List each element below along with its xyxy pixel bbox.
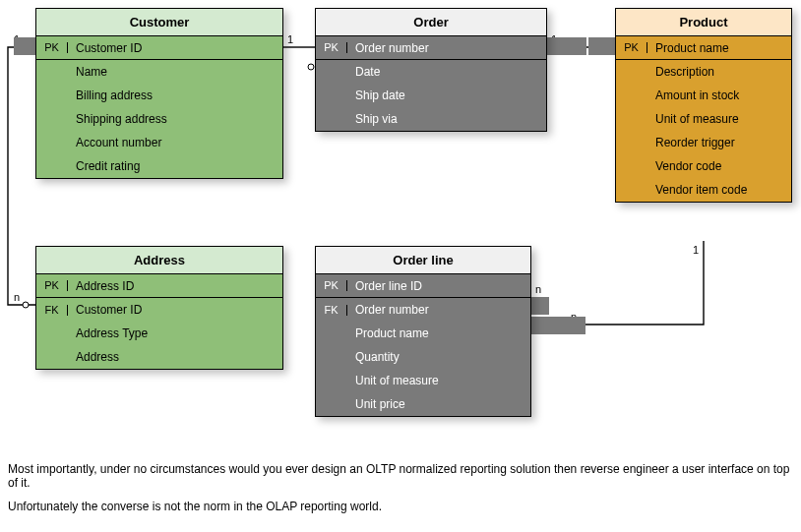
field-name: Credit rating [68, 159, 282, 173]
key-indicator: FK [316, 305, 347, 316]
table-row: Ship via [316, 107, 546, 131]
field-name: Reorder trigger [647, 136, 791, 149]
connector-handle [531, 317, 585, 334]
entity-product: Product PK Product name Description Amou… [615, 8, 792, 203]
table-row: Credit rating [36, 154, 282, 178]
entity-customer-title: Customer [36, 9, 282, 36]
key-indicator: PK [616, 42, 647, 53]
field-name: Unit price [347, 397, 530, 411]
table-row: Account number [36, 131, 282, 154]
table-row: PK Order number [316, 36, 546, 60]
entity-orderline: Order line PK Order line ID FK Order num… [315, 246, 531, 417]
table-row: Quantity [316, 345, 530, 369]
table-row: Amount in stock [616, 84, 791, 107]
svg-text:n: n [14, 291, 20, 303]
entity-address-title: Address [36, 247, 282, 274]
table-row: Unit of measure [316, 369, 530, 392]
svg-text:1: 1 [287, 33, 293, 45]
table-row: Product name [316, 322, 530, 345]
field-name: Order line ID [347, 279, 530, 293]
field-name: Customer ID [68, 303, 282, 317]
footer-line-2: Unfortunately the converse is not the no… [8, 500, 793, 513]
svg-text:1: 1 [693, 244, 699, 256]
field-name: Customer ID [68, 41, 282, 55]
field-name: Order number [347, 303, 530, 317]
table-row: Ship date [316, 84, 546, 107]
entity-address: Address PK Address ID FK Customer ID Add… [35, 246, 283, 370]
table-row: Description [616, 60, 791, 84]
entity-order: Order PK Order number Date Ship date Shi… [315, 8, 547, 132]
field-name: Unit of measure [347, 374, 530, 387]
svg-point-3 [23, 302, 29, 308]
field-name: Product name [647, 41, 791, 55]
field-name: Vendor code [647, 159, 791, 173]
field-name: Quantity [347, 350, 530, 364]
table-row: PK Address ID [36, 274, 282, 298]
table-row: Address Type [36, 322, 282, 345]
entity-order-title: Order [316, 9, 546, 36]
table-row: FK Order number [316, 298, 530, 322]
key-indicator: PK [36, 42, 68, 53]
key-indicator: PK [36, 280, 68, 291]
table-row: PK Order line ID [316, 274, 530, 298]
field-name: Unit of measure [647, 112, 791, 126]
svg-point-0 [308, 64, 314, 70]
field-name: Shipping address [68, 112, 282, 126]
field-name: Address Type [68, 326, 282, 340]
table-row: Address [36, 345, 282, 369]
connector-handle [14, 37, 35, 55]
field-name: Account number [68, 136, 282, 149]
connector-handle [547, 37, 586, 55]
table-row: Unit price [316, 392, 530, 416]
field-name: Ship via [347, 112, 546, 126]
key-indicator: PK [316, 42, 347, 53]
table-row: Date [316, 60, 546, 84]
field-name: Amount in stock [647, 89, 791, 102]
field-name: Date [347, 65, 546, 79]
table-row: PK Product name [616, 36, 791, 60]
entity-orderline-title: Order line [316, 247, 530, 274]
key-indicator: FK [36, 305, 68, 316]
field-name: Vendor item code [647, 183, 791, 197]
table-row: PK Customer ID [36, 36, 282, 60]
entity-customer: Customer PK Customer ID Name Billing add… [35, 8, 283, 179]
field-name: Name [68, 65, 282, 79]
field-name: Ship date [347, 89, 546, 102]
table-row: Unit of measure [616, 107, 791, 131]
connector-handle [531, 297, 549, 315]
key-indicator: PK [316, 280, 347, 291]
field-name: Description [647, 65, 791, 79]
table-row: Shipping address [36, 107, 282, 131]
connector-handle [588, 37, 615, 55]
entity-product-title: Product [616, 9, 791, 36]
table-row: Billing address [36, 84, 282, 107]
table-row: FK Customer ID [36, 298, 282, 322]
table-row: Vendor code [616, 154, 791, 178]
field-name: Address ID [68, 279, 282, 293]
table-row: Name [36, 60, 282, 84]
table-row: Reorder trigger [616, 131, 791, 154]
field-name: Order number [347, 41, 546, 55]
footer-line-1: Most importantly, under no circumstances… [8, 462, 793, 490]
field-name: Billing address [68, 89, 282, 102]
cardinality-label: n [535, 283, 541, 295]
field-name: Product name [347, 326, 530, 340]
table-row: Vendor item code [616, 178, 791, 202]
field-name: Address [68, 350, 282, 364]
